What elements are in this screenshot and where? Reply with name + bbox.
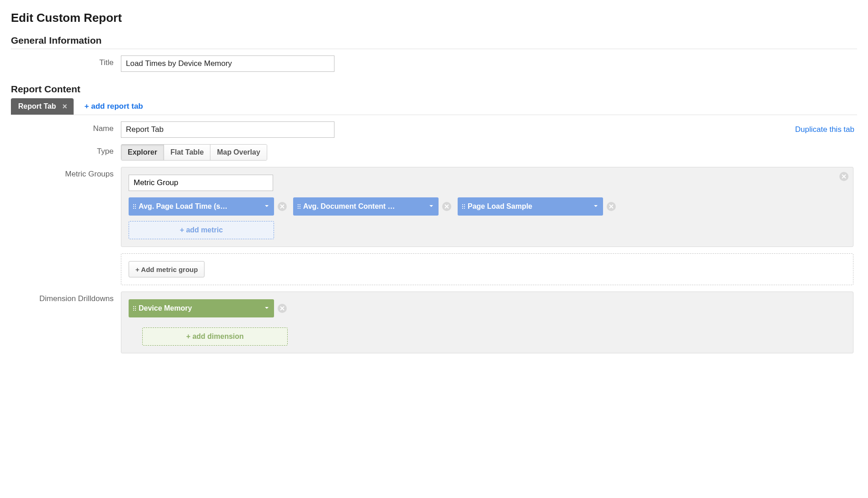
drag-handle-icon[interactable]	[133, 306, 134, 311]
tab-name-label: Name	[11, 121, 121, 138]
close-icon	[280, 204, 284, 209]
metric-group-panel: Avg. Page Load Time (s… Avg. Document Co…	[121, 167, 853, 247]
tab-name-input[interactable]	[121, 121, 334, 138]
report-title-input[interactable]	[121, 55, 334, 72]
metric-group-name-input[interactable]	[129, 175, 273, 191]
close-icon	[842, 174, 846, 179]
close-icon[interactable]: ×	[60, 102, 69, 111]
dimension-pill-device-memory[interactable]: Device Memory	[129, 299, 274, 317]
type-label: Type	[11, 144, 121, 156]
remove-metric-button[interactable]	[442, 202, 451, 211]
remove-metric-button[interactable]	[278, 202, 287, 211]
drag-handle-icon[interactable]	[133, 204, 134, 209]
section-general-information: General Information Title	[11, 35, 857, 72]
type-option-explorer[interactable]: Explorer	[121, 145, 164, 160]
metric-pill-avg-document-content[interactable]: Avg. Document Content …	[293, 197, 439, 216]
duplicate-tab-link[interactable]: Duplicate this tab	[795, 125, 854, 134]
remove-metric-button[interactable]	[607, 202, 616, 211]
remove-metric-group-button[interactable]	[839, 172, 848, 181]
drag-handle-icon[interactable]	[462, 204, 463, 209]
title-label: Title	[11, 55, 121, 67]
metric-pill-row: Avg. Page Load Time (s… Avg. Document Co…	[129, 197, 846, 239]
section-header-content: Report Content	[11, 84, 857, 96]
type-segmented-control: Explorer Flat Table Map Overlay	[121, 144, 267, 161]
dimension-pill-label: Device Memory	[139, 304, 259, 312]
chevron-down-icon[interactable]	[264, 202, 269, 211]
add-dimension-button[interactable]: + add dimension	[142, 327, 288, 346]
chevron-down-icon[interactable]	[429, 202, 434, 211]
metric-pill-avg-page-load-time[interactable]: Avg. Page Load Time (s…	[129, 197, 274, 216]
report-tab-strip: Report Tab × + add report tab	[11, 98, 857, 115]
add-report-tab-link[interactable]: + add report tab	[85, 102, 143, 111]
section-report-content: Report Content Report Tab × + add report…	[11, 84, 857, 353]
page-title: Edit Custom Report	[11, 11, 857, 25]
metric-pill-page-load-sample[interactable]: Page Load Sample	[458, 197, 603, 216]
close-icon	[280, 306, 284, 311]
metric-pill-label: Avg. Document Content …	[303, 202, 424, 211]
close-icon	[444, 204, 449, 209]
dimension-panel: Device Memory + add dimension	[121, 292, 853, 353]
report-tab-chip[interactable]: Report Tab ×	[11, 98, 74, 115]
metric-pill-label: Avg. Page Load Time (s…	[139, 202, 259, 211]
close-icon	[609, 204, 614, 209]
section-header-general: General Information	[11, 35, 857, 49]
add-metric-group-panel: + Add metric group	[121, 253, 853, 285]
chevron-down-icon[interactable]	[593, 202, 599, 211]
type-option-flat-table[interactable]: Flat Table	[164, 145, 211, 160]
metric-pill-label: Page Load Sample	[468, 202, 589, 211]
add-metric-group-button[interactable]: + Add metric group	[129, 261, 205, 277]
add-metric-button[interactable]: + add metric	[129, 221, 274, 239]
metric-groups-label: Metric Groups	[11, 167, 121, 179]
dimension-drilldowns-label: Dimension Drilldowns	[11, 292, 121, 303]
type-option-map-overlay[interactable]: Map Overlay	[210, 145, 266, 160]
report-tab-label: Report Tab	[18, 102, 56, 111]
remove-dimension-button[interactable]	[278, 304, 287, 313]
drag-handle-icon[interactable]	[298, 204, 299, 209]
chevron-down-icon[interactable]	[264, 304, 269, 312]
